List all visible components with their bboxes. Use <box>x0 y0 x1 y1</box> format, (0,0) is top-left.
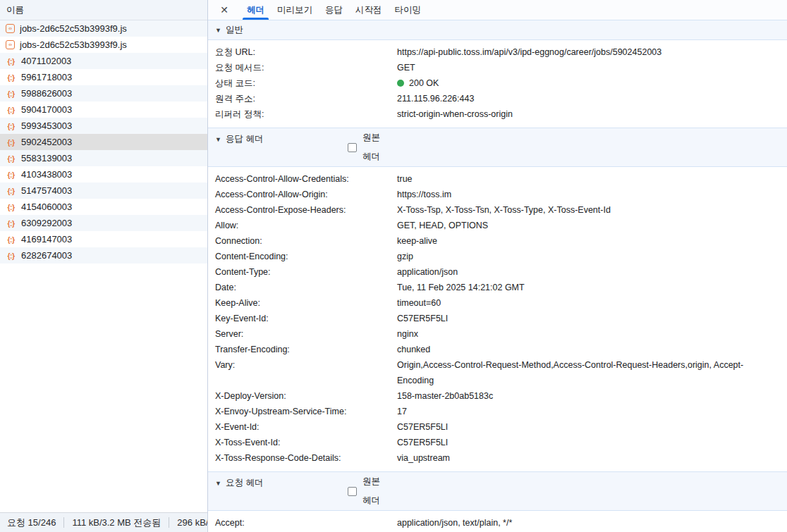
request-header-rows: Accept: application/json, text/plain, */… <box>208 511 787 532</box>
header-value: application/json <box>397 264 780 280</box>
header-value-text: 200 OK <box>409 78 439 88</box>
network-request-row[interactable]: {:} 6309292003 <box>0 215 207 231</box>
header-value-text: application/json <box>397 267 458 277</box>
network-request-row[interactable]: {:} 5904170003 <box>0 101 207 118</box>
request-name: 6282674003 <box>21 250 72 261</box>
network-request-row[interactable]: {:} 5902452003 <box>0 134 207 150</box>
requests-count: 요청 15/246 <box>7 516 56 529</box>
fetch-file-icon: {:} <box>6 137 16 147</box>
header-value-text: strict-origin-when-cross-origin <box>397 109 513 119</box>
header-value-text: C57ER5F5LI <box>397 422 448 432</box>
header-value: gzip <box>397 249 780 264</box>
request-name: 4071102003 <box>21 56 71 66</box>
network-request-row[interactable]: {:} 5993453003 <box>0 118 207 134</box>
raw-headers-label: 원본 헤더 <box>362 128 380 166</box>
response-header-rows: Access-Control-Allow-Credentials: true A… <box>208 167 787 471</box>
fetch-file-icon: {:} <box>6 121 16 130</box>
response-headers-section-header[interactable]: ▼ 응답 헤더 원본 헤더 <box>208 128 787 167</box>
section-title-text: 일반 <box>226 24 243 36</box>
header-name: X-Deploy-Version: <box>215 388 397 404</box>
header-name: Access-Control-Allow-Origin: <box>215 187 397 202</box>
script-file-icon: ‹› <box>6 24 15 33</box>
header-row: 요청 메서드: GET <box>208 60 787 75</box>
request-name: jobs-2d6c52c53b3993f9.js <box>20 39 127 50</box>
header-row: 상태 코드: 200 OK <box>208 75 787 91</box>
raw-headers-toggle: 원본 헤더 <box>348 128 380 166</box>
network-request-row[interactable]: ‹› jobs-2d6c52c53b3993f9.js <box>0 37 207 53</box>
header-row: 리퍼러 정책: strict-origin-when-cross-origin <box>208 106 787 122</box>
header-name: 요청 URL: <box>215 44 397 60</box>
network-request-row[interactable]: {:} 5988626003 <box>0 85 207 101</box>
network-request-row[interactable]: {:} 5961718003 <box>0 69 207 85</box>
header-value-text: GET, HEAD, OPTIONS <box>397 221 488 230</box>
collapse-triangle-icon[interactable]: ▼ <box>215 136 221 143</box>
header-value: C57ER5F5LI <box>397 435 780 450</box>
network-request-row[interactable]: {:} 4103438003 <box>0 166 207 183</box>
fetch-file-icon: {:} <box>6 73 16 82</box>
tab-label: 시작점 <box>355 4 382 16</box>
header-row: Content-Type: application/json <box>208 264 787 280</box>
fetch-file-icon: {:} <box>6 154 16 163</box>
network-request-row[interactable]: {:} 4071102003 <box>0 53 207 69</box>
header-row: X-Toss-Response-Code-Details: via_upstre… <box>208 450 787 466</box>
header-value-text: gzip <box>397 252 413 261</box>
header-value-text: 17 <box>397 407 407 416</box>
header-value: C57ER5F5LI <box>397 419 780 435</box>
header-row: Allow: GET, HEAD, OPTIONS <box>208 218 787 233</box>
tab-response[interactable]: 응답 <box>319 0 349 20</box>
request-name: 5583139003 <box>21 153 72 163</box>
header-value-text: 158-master-2b0ab5183c <box>397 391 493 401</box>
request-name: 5147574003 <box>21 185 72 196</box>
network-request-row[interactable]: {:} 4154060003 <box>0 199 207 215</box>
header-name: Content-Encoding: <box>215 249 397 264</box>
header-name: Accept: <box>215 515 397 531</box>
header-row: Server: nginx <box>208 326 787 342</box>
header-name: Key-Event-Id: <box>215 311 397 326</box>
request-name: 5988626003 <box>21 88 72 99</box>
fetch-file-icon: {:} <box>6 251 16 260</box>
header-value: chunked <box>397 342 780 357</box>
network-request-row[interactable]: {:} 6282674003 <box>0 247 207 264</box>
header-row: Transfer-Encoding: chunked <box>208 342 787 357</box>
raw-headers-checkbox[interactable] <box>348 487 357 496</box>
details-tabs: 헤더 미리보기 응답 시작점 타이밍 <box>240 0 427 20</box>
close-icon[interactable]: ✕ <box>217 0 231 20</box>
header-value: C57ER5F5LI <box>397 311 780 326</box>
header-row: Accept: application/json, text/plain, */… <box>208 515 787 531</box>
name-column-header[interactable]: 이름 <box>0 0 207 20</box>
status-ok-icon <box>397 80 404 87</box>
header-value: 211.115.96.226:443 <box>397 91 780 106</box>
tab-label: 미리보기 <box>277 4 312 16</box>
tab-headers[interactable]: 헤더 <box>240 0 271 20</box>
header-name: X-Envoy-Upstream-Service-Time: <box>215 404 397 419</box>
network-request-row[interactable]: {:} 5147574003 <box>0 183 207 199</box>
network-request-row[interactable]: {:} 4169147003 <box>0 231 207 247</box>
header-row: Content-Encoding: gzip <box>208 249 787 264</box>
header-row: Access-Control-Allow-Credentials: true <box>208 171 787 187</box>
request-headers-section: ▼ 요청 헤더 원본 헤더 Accept: application/json, … <box>208 471 787 532</box>
header-row: X-Event-Id: C57ER5F5LI <box>208 419 787 435</box>
raw-headers-checkbox[interactable] <box>348 143 357 152</box>
request-headers-section-header[interactable]: ▼ 요청 헤더 원본 헤더 <box>208 471 787 511</box>
network-request-row[interactable]: ‹› jobs-2d6c52c53b3993f9.js <box>0 20 207 37</box>
fetch-file-icon: {:} <box>6 56 16 66</box>
fetch-file-icon: {:} <box>6 202 16 211</box>
raw-label-line2: 헤더 <box>362 491 380 510</box>
header-name: Access-Control-Allow-Credentials: <box>215 171 397 187</box>
collapse-triangle-icon[interactable]: ▼ <box>215 27 221 34</box>
header-name: Content-Type: <box>215 264 397 280</box>
section-title: ▼ 응답 헤더 <box>215 133 263 145</box>
tab-timing[interactable]: 타이밍 <box>389 0 428 20</box>
request-name: 5904170003 <box>21 104 72 115</box>
collapse-triangle-icon[interactable]: ▼ <box>215 480 221 487</box>
header-row: 요청 URL: https://api-public.toss.im/api/v… <box>208 44 787 60</box>
tab-label: 헤더 <box>247 4 264 16</box>
header-value: X-Toss-Tsp, X-Toss-Tsn, X-Toss-Type, X-T… <box>397 202 780 218</box>
header-name: X-Toss-Response-Code-Details: <box>215 450 397 466</box>
tab-initiator[interactable]: 시작점 <box>349 0 389 20</box>
network-request-row[interactable]: {:} 5583139003 <box>0 150 207 166</box>
header-value: https://api-public.toss.im/api/v3/ipd-eg… <box>397 44 780 60</box>
general-section-header[interactable]: ▼ 일반 <box>208 20 787 40</box>
tab-preview[interactable]: 미리보기 <box>271 0 319 20</box>
header-value-text: true <box>397 174 413 184</box>
